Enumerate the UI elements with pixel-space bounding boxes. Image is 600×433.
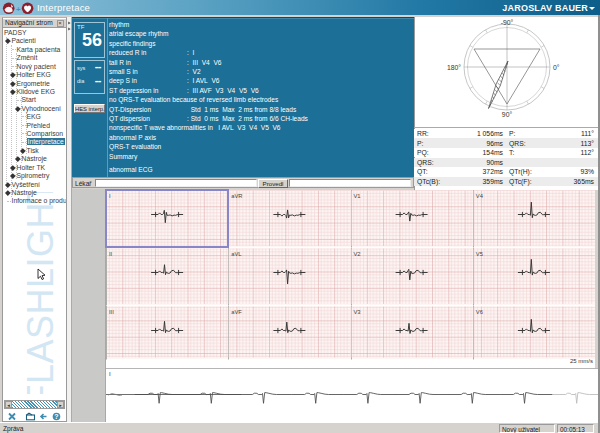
svg-text:?: ?	[54, 413, 58, 420]
svg-text:+: +	[16, 5, 21, 14]
svg-text:180°: 180°	[447, 64, 461, 71]
svg-text:0°: 0°	[553, 64, 560, 71]
svg-text:-90°: -90°	[501, 19, 514, 26]
svg-text:90°: 90°	[502, 111, 513, 118]
